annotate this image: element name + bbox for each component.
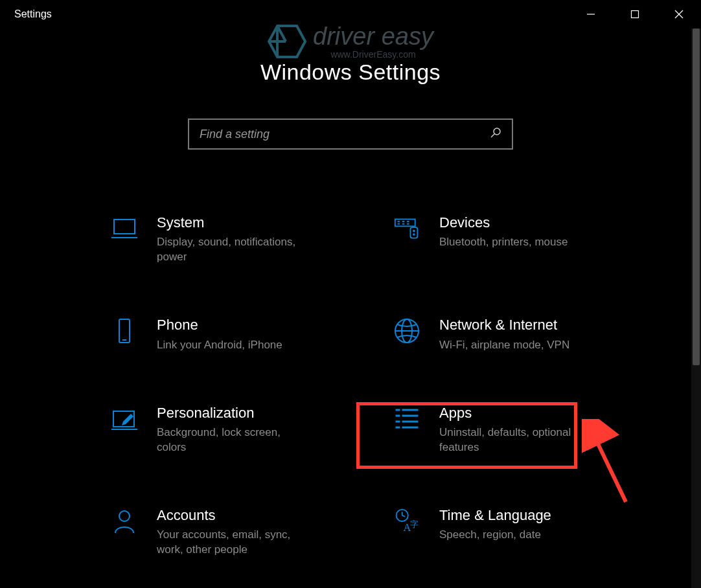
devices-icon (393, 214, 421, 243)
personalization-icon (110, 405, 139, 433)
category-phone[interactable]: Phone Link your Android, iPhone (110, 317, 324, 352)
search-wrap (0, 119, 701, 150)
category-time-language[interactable]: A 字 Time & Language Speech, region, date (393, 507, 606, 558)
watermark: driver easy www.DriverEasy.com (268, 23, 433, 60)
category-subtitle: Background, lock screen, colors (157, 425, 312, 455)
category-subtitle: Wi-Fi, airplane mode, VPN (439, 338, 569, 353)
category-title: Phone (157, 317, 282, 334)
svg-rect-12 (395, 219, 415, 226)
svg-point-20 (413, 231, 415, 232)
category-title: Personalization (157, 405, 312, 422)
svg-rect-22 (119, 319, 130, 343)
svg-rect-1 (632, 11, 639, 18)
svg-point-8 (494, 128, 500, 135)
accounts-icon (110, 507, 139, 536)
category-network[interactable]: Network & Internet Wi-Fi, airplane mode,… (393, 317, 606, 352)
titlebar: Settings (0, 0, 701, 28)
svg-marker-4 (269, 26, 305, 57)
category-title: Time & Language (439, 507, 551, 524)
titlebar-label: Settings (14, 8, 52, 20)
category-subtitle: Link your Android, iPhone (157, 338, 282, 353)
svg-point-37 (119, 511, 130, 521)
driver-easy-logo-icon (268, 23, 306, 60)
category-accounts[interactable]: Accounts Your accounts, email, sync, wor… (110, 507, 324, 558)
search-box[interactable] (188, 119, 513, 150)
category-title: Accounts (157, 507, 312, 524)
category-personalization[interactable]: Personalization Background, lock screen,… (110, 405, 324, 455)
apps-icon (393, 405, 421, 433)
categories-grid: System Display, sound, notifications, po… (0, 150, 701, 558)
category-title: Network & Internet (439, 317, 569, 334)
close-button[interactable] (657, 0, 701, 28)
maximize-button[interactable] (613, 0, 657, 28)
svg-rect-19 (410, 227, 417, 238)
time-language-icon: A 字 (393, 507, 421, 536)
category-system[interactable]: System Display, sound, notifications, po… (110, 214, 324, 265)
svg-point-21 (413, 234, 415, 235)
phone-icon (110, 317, 139, 345)
category-subtitle: Your accounts, email, sync, work, other … (157, 528, 312, 558)
settings-window: Settings driver easy www.DriverEasy.com … (0, 0, 701, 588)
search-icon (490, 127, 501, 141)
category-subtitle: Uninstall, defaults, optional features (439, 425, 595, 455)
category-title: Apps (439, 405, 595, 422)
window-controls (569, 0, 701, 28)
svg-text:字: 字 (410, 519, 419, 529)
category-subtitle: Display, sound, notifications, power (157, 235, 312, 265)
svg-rect-10 (114, 220, 135, 234)
minimize-button[interactable] (569, 0, 613, 28)
category-apps[interactable]: Apps Uninstall, defaults, optional featu… (393, 405, 606, 455)
search-input[interactable] (200, 128, 490, 141)
watermark-url: www.DriverEasy.com (313, 50, 433, 59)
scrollbar-thumb[interactable] (693, 28, 700, 365)
system-icon (110, 214, 139, 243)
network-icon (393, 317, 421, 345)
svg-line-40 (402, 515, 406, 517)
svg-line-9 (491, 134, 495, 138)
category-devices[interactable]: Devices Bluetooth, printers, mouse (393, 214, 606, 265)
page-title: Windows Settings (0, 60, 701, 85)
category-title: System (157, 214, 312, 231)
category-subtitle: Speech, region, date (439, 528, 551, 543)
category-subtitle: Bluetooth, printers, mouse (439, 235, 568, 250)
vertical-scrollbar[interactable] (691, 28, 701, 588)
category-title: Devices (439, 214, 568, 231)
